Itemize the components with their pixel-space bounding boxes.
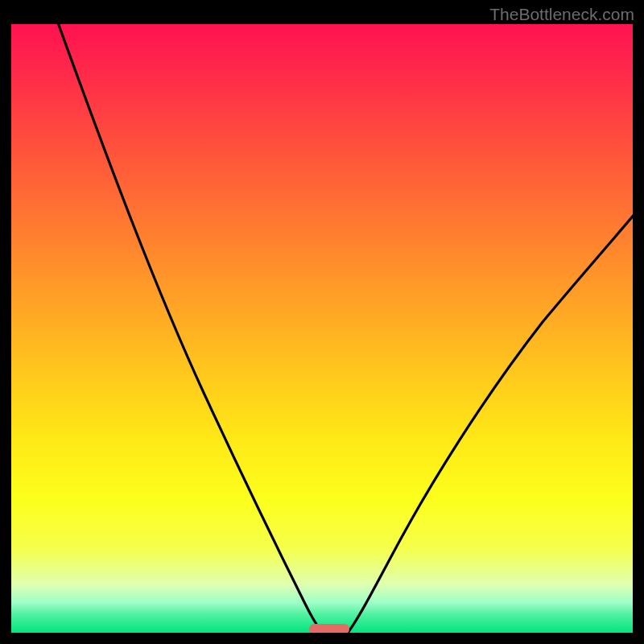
right-curve [348, 213, 633, 633]
optimal-marker [309, 624, 349, 633]
bottleneck-curves [11, 24, 633, 633]
left-curve [56, 24, 324, 633]
attribution-label: TheBottleneck.com [489, 5, 634, 24]
plot-area [11, 24, 633, 633]
